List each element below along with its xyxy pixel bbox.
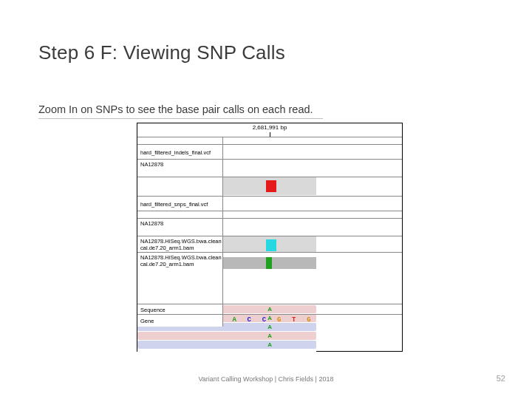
spacer (137, 211, 402, 218)
gene-label: Gene (137, 315, 223, 327)
sequence-label: Sequence (137, 304, 223, 315)
variant-row-snps[interactable]: NA12878 (137, 218, 402, 236)
coverage-track[interactable]: NA12878.HiSeq.WGS.bwa.clean cal.de7.20_a… (137, 236, 402, 252)
sequence-track[interactable]: Sequence GATTTCACCGTG (137, 304, 402, 314)
track-indels-vcf[interactable]: hard_filtered_indels_final.vcf (137, 144, 402, 159)
spacer (137, 177, 402, 196)
read-row[interactable]: A (137, 341, 316, 349)
base-call: A (266, 341, 273, 349)
reads-track[interactable]: NA12878.HiSeq.WGS.bwa.clean cal.de7.20_a… (137, 252, 402, 304)
reads-label: NA12878.HiSeq.WGS.bwa.clean cal.de7.20_a… (137, 253, 223, 304)
footer-text: Variant Calling Workshop | Chris Fields … (0, 375, 532, 383)
igv-panel: 2,681,991 bp hard_filtered_indels_final.… (137, 123, 403, 352)
sample-label: NA12878 (137, 160, 223, 177)
ruler-row (137, 137, 402, 144)
coverage-label: NA12878.HiSeq.WGS.bwa.clean cal.de7.20_a… (137, 236, 223, 253)
locus-bar: 2,681,991 bp (137, 123, 402, 137)
locus-text: 2,681,991 bp (253, 124, 287, 131)
sample-label: NA12878 (137, 219, 223, 236)
track-label: hard_filtered_snps_final.vcf (137, 197, 223, 211)
slide-title: Step 6 F: Viewing SNP Calls (38, 41, 285, 64)
variant-row-indels[interactable]: NA12878 (137, 159, 402, 177)
divider (38, 118, 323, 119)
slide-subtitle: Zoom In on SNPs to see the base pair cal… (38, 103, 313, 115)
track-snps-vcf[interactable]: hard_filtered_snps_final.vcf (137, 196, 402, 211)
gene-track[interactable]: Gene (137, 314, 402, 326)
page-number: 52 (497, 374, 505, 383)
track-label: hard_filtered_indels_final.vcf (137, 145, 223, 160)
